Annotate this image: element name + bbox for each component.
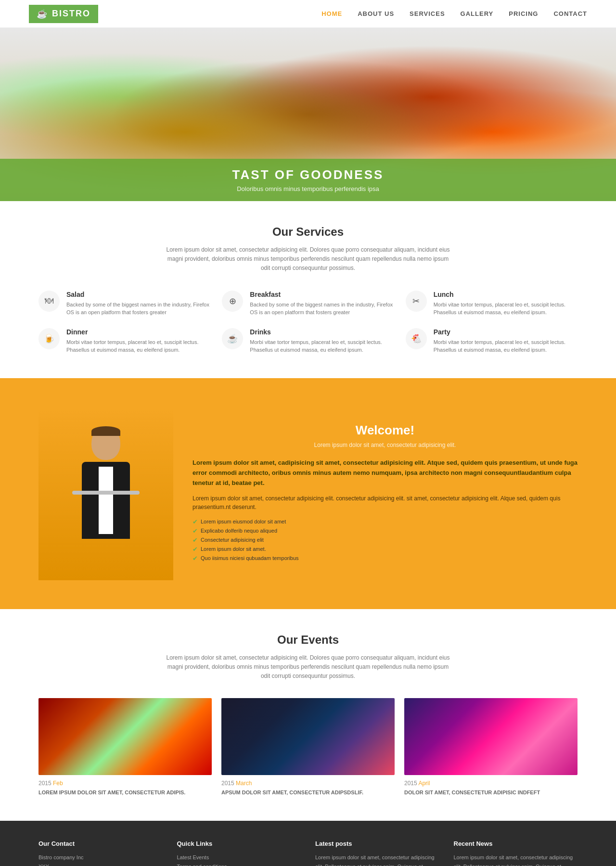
footer-quicklinks: Quick Links Latest EventsTerms and condi… xyxy=(177,840,301,866)
events-grid: 2015 Feb LOREM IPSUM DOLOR SIT AMET, CON… xyxy=(38,698,578,797)
nav-item-pricing[interactable]: PRICING xyxy=(509,10,538,17)
footer-quicklink[interactable]: Latest Events xyxy=(177,853,301,863)
service-name: Drinks xyxy=(250,328,394,336)
check-icon: ✔ xyxy=(192,527,198,535)
event-description: APSUM DOLOR SIT AMET, CONSECTETUR ADIPSD… xyxy=(221,789,395,797)
service-icon-salad: 🍽 xyxy=(38,291,60,312)
waiter-torso xyxy=(82,462,130,539)
service-desc: Backed by some of the biggest names in t… xyxy=(66,301,210,317)
service-icon-breakfast: ⊕ xyxy=(222,291,243,312)
footer-news-title: Recent News xyxy=(454,840,578,847)
footer-quicklink[interactable]: Terms and conditions xyxy=(177,862,301,866)
service-name: Breakfast xyxy=(250,291,394,298)
check-icon: ✔ xyxy=(192,518,198,525)
service-content: Salad Backed by some of the biggest name… xyxy=(66,291,210,317)
logo-icon: ☕ xyxy=(37,9,48,19)
hero-title: TAST OF GOODNESS xyxy=(9,167,607,182)
footer-news-text: Lorem ipsum dolor sit amet, consectetur … xyxy=(454,853,578,866)
event-date: 2015 March xyxy=(221,780,395,787)
waiter-body xyxy=(67,426,144,580)
event-image xyxy=(404,698,578,775)
events-description: Lorem ipsum dolor sit amet, consectetur … xyxy=(164,653,452,681)
service-item-salad: 🍽 Salad Backed by some of the biggest na… xyxy=(38,291,210,317)
nav-item-contact[interactable]: CONTACT xyxy=(553,10,587,17)
service-desc: Morbi vitae tortor tempus, placerat leo … xyxy=(250,338,394,354)
service-name: Lunch xyxy=(434,291,578,298)
hero-overlay: TAST OF GOODNESS Doloribus omnis minus t… xyxy=(0,159,616,201)
events-title: Our Events xyxy=(38,633,578,647)
service-desc: Backed by some of the biggest names in t… xyxy=(250,301,394,317)
nav-item-services[interactable]: SERVICES xyxy=(410,10,445,17)
welcome-subtitle: Lorem ipsum dolor sit amet, consectetur … xyxy=(192,442,578,448)
event-card: 2015 April DOLOR SIT AMET, CONSECTETUR A… xyxy=(404,698,578,797)
footer-quicklinks-title: Quick Links xyxy=(177,840,301,847)
welcome-list: ✔Lorem ipsum eiusmod dolor sit amet✔Expl… xyxy=(192,518,578,562)
site-footer: Our Contact Bistro company Inc XXXXXX(12… xyxy=(0,821,616,866)
service-name: Salad xyxy=(66,291,210,298)
welcome-image xyxy=(38,407,173,580)
service-desc: Morbi vitae tortor tempus, placerat leo … xyxy=(434,338,578,354)
welcome-list-item: ✔Quo iisimus niciesi qubuadam temporibus xyxy=(192,555,578,562)
event-date: 2015 Feb xyxy=(38,780,212,787)
service-name: Dinner xyxy=(66,328,210,336)
welcome-title: Welcome! xyxy=(192,423,578,438)
service-icon-dinner: 🍺 xyxy=(38,328,60,349)
nav-item-gallery[interactable]: GALLERY xyxy=(461,10,494,17)
event-image xyxy=(221,698,395,775)
footer-posts: Latest posts Lorem ipsum dolor sit amet,… xyxy=(315,840,439,866)
hero-section: TAST OF GOODNESS Doloribus omnis minus t… xyxy=(0,28,616,201)
nav-item-about-us[interactable]: ABOUT US xyxy=(358,10,394,17)
service-content: Party Morbi vitae tortor tempus, placera… xyxy=(434,328,578,354)
service-icon-party: 🐔 xyxy=(406,328,427,349)
logo-text: BISTRO xyxy=(52,9,90,19)
check-icon: ✔ xyxy=(192,555,198,562)
footer-contact: Our Contact Bistro company Inc XXXXXX(12… xyxy=(38,840,163,866)
welcome-list-item: ✔Consectetur adipisicing elit xyxy=(192,536,578,544)
service-item-lunch: ✂ Lunch Morbi vitae tortor tempus, place… xyxy=(406,291,578,317)
waiter-shirt xyxy=(99,467,113,534)
main-nav: HOMEABOUT USSERVICESGALLERYPRICINGCONTAC… xyxy=(321,10,587,17)
services-description: Lorem ipsum dolor sit amet, consectetur … xyxy=(164,245,452,273)
welcome-list-item: ✔Explicabo dolferib nequo aliqued xyxy=(192,527,578,535)
waiter-head xyxy=(91,426,120,460)
footer-company: Bistro company Inc xyxy=(38,853,163,863)
event-description: LOREM IPSUM DOLOR SIT AMET, CONSECTETUR … xyxy=(38,789,212,797)
footer-contact-title: Our Contact xyxy=(38,840,163,847)
service-content: Lunch Morbi vitae tortor tempus, placera… xyxy=(434,291,578,317)
footer-posts-title: Latest posts xyxy=(315,840,439,847)
service-desc: Morbi vitae tortor tempus, placerat leo … xyxy=(66,338,210,354)
service-item-drinks: ☕ Drinks Morbi vitae tortor tempus, plac… xyxy=(222,328,394,354)
footer-contact-line: XXX xyxy=(38,862,163,866)
welcome-normal-text: Lorem ipsum dolor sit amet, consectetur … xyxy=(192,494,578,511)
welcome-list-item: ✔Lorem ipsum dolor sit amet. xyxy=(192,546,578,553)
event-image xyxy=(38,698,212,775)
waiter-tray xyxy=(72,491,140,495)
service-item-dinner: 🍺 Dinner Morbi vitae tortor tempus, plac… xyxy=(38,328,210,354)
event-date: 2015 April xyxy=(404,780,578,787)
welcome-list-item: ✔Lorem ipsum eiusmod dolor sit amet xyxy=(192,518,578,525)
service-icon-lunch: ✂ xyxy=(406,291,427,312)
services-grid: 🍽 Salad Backed by some of the biggest na… xyxy=(38,291,578,354)
event-description: DOLOR SIT AMET, CONSECTETUR ADIPISIC IND… xyxy=(404,789,578,797)
services-title: Our Services xyxy=(38,225,578,239)
events-section: Our Events Lorem ipsum dolor sit amet, c… xyxy=(0,609,616,821)
service-desc: Morbi vitae tortor tempus, placerat leo … xyxy=(434,301,578,317)
welcome-section: Welcome! Lorem ipsum dolor sit amet, con… xyxy=(0,378,616,609)
event-card: 2015 March APSUM DOLOR SIT AMET, CONSECT… xyxy=(221,698,395,797)
welcome-bold-text: Lorem ipsum dolor sit amet, cadipisicing… xyxy=(192,458,578,488)
service-icon-drinks: ☕ xyxy=(222,328,243,349)
nav-item-home[interactable]: HOME xyxy=(321,10,342,17)
service-content: Dinner Morbi vitae tortor tempus, placer… xyxy=(66,328,210,354)
waiter-hair xyxy=(91,426,120,436)
welcome-text-column: Welcome! Lorem ipsum dolor sit amet, con… xyxy=(192,423,578,563)
services-section: Our Services Lorem ipsum dolor sit amet,… xyxy=(0,201,616,378)
footer-news: Recent News Lorem ipsum dolor sit amet, … xyxy=(454,840,578,866)
waiter-figure xyxy=(38,407,173,580)
hero-subtitle: Doloribus omnis minus temporibus perfere… xyxy=(9,185,607,192)
logo[interactable]: ☕ BISTRO xyxy=(29,5,98,23)
site-header: ☕ BISTRO HOMEABOUT USSERVICESGALLERYPRIC… xyxy=(0,0,616,28)
footer-posts-text: Lorem ipsum dolor sit amet, consectetur … xyxy=(315,853,439,866)
event-card: 2015 Feb LOREM IPSUM DOLOR SIT AMET, CON… xyxy=(38,698,212,797)
check-icon: ✔ xyxy=(192,536,198,544)
service-item-party: 🐔 Party Morbi vitae tortor tempus, place… xyxy=(406,328,578,354)
